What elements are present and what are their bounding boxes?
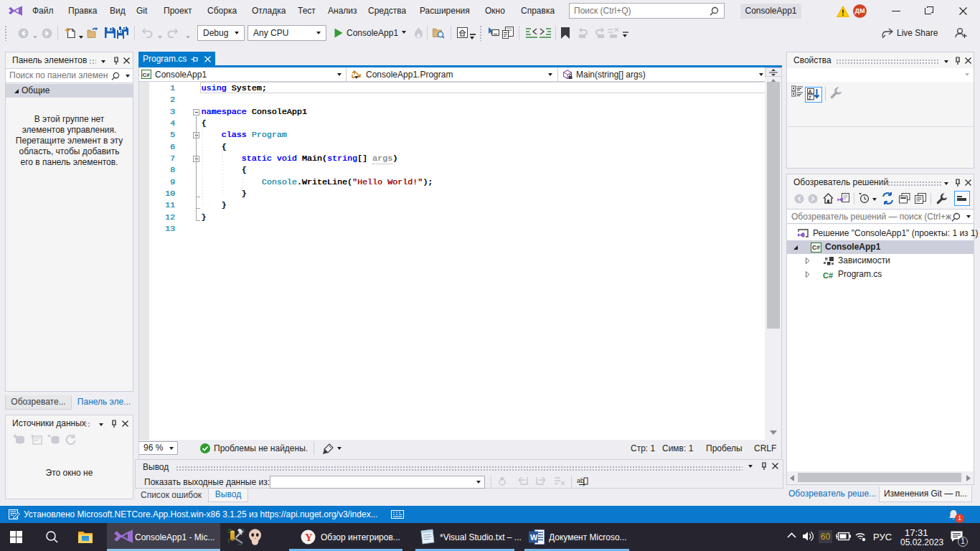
svg-text:A: A (809, 89, 812, 94)
svg-text:C#: C# (812, 244, 820, 251)
svg-text:Y: Y (305, 532, 313, 543)
svg-text:Z: Z (809, 95, 812, 100)
svg-text:ab: ab (577, 477, 584, 484)
svg-text:C#: C# (143, 72, 151, 78)
svg-text:W: W (530, 533, 538, 542)
